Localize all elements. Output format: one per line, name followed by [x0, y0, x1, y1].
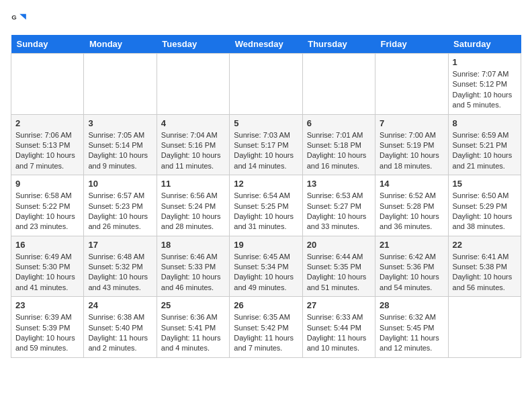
day-number: 24: [88, 300, 152, 310]
day-info: Sunrise: 6:59 AM Sunset: 5:21 PM Dayligh…: [453, 131, 513, 170]
calendar-cell: [448, 297, 521, 358]
column-header-sunday: Sunday: [11, 35, 84, 54]
day-number: 9: [15, 179, 79, 189]
calendar-week-2: 2Sunrise: 7:06 AM Sunset: 5:13 PM Daylig…: [11, 114, 521, 175]
calendar-cell: 27Sunrise: 6:33 AM Sunset: 5:44 PM Dayli…: [302, 297, 375, 358]
calendar-cell: 13Sunrise: 6:53 AM Sunset: 5:27 PM Dayli…: [302, 175, 375, 236]
calendar-cell: 21Sunrise: 6:42 AM Sunset: 5:36 PM Dayli…: [375, 236, 448, 297]
day-info: Sunrise: 6:57 AM Sunset: 5:23 PM Dayligh…: [88, 191, 148, 230]
column-header-monday: Monday: [84, 35, 157, 54]
calendar-cell: 25Sunrise: 6:36 AM Sunset: 5:41 PM Dayli…: [157, 297, 229, 358]
day-info: Sunrise: 6:33 AM Sunset: 5:44 PM Dayligh…: [307, 313, 367, 352]
day-info: Sunrise: 6:58 AM Sunset: 5:22 PM Dayligh…: [15, 191, 75, 230]
svg-marker-1: [19, 14, 26, 19]
calendar-cell: 19Sunrise: 6:45 AM Sunset: 5:34 PM Dayli…: [230, 236, 302, 297]
calendar-cell: 22Sunrise: 6:41 AM Sunset: 5:38 PM Dayli…: [448, 236, 521, 297]
calendar-cell: [302, 54, 375, 115]
calendar-cell: 24Sunrise: 6:38 AM Sunset: 5:40 PM Dayli…: [84, 297, 157, 358]
calendar-cell: [11, 54, 84, 115]
calendar-cell: 8Sunrise: 6:59 AM Sunset: 5:21 PM Daylig…: [448, 114, 521, 175]
day-number: 3: [88, 118, 152, 128]
day-info: Sunrise: 6:44 AM Sunset: 5:35 PM Dayligh…: [307, 253, 367, 291]
logo-icon: G: [11, 11, 27, 27]
calendar-cell: 18Sunrise: 6:46 AM Sunset: 5:33 PM Dayli…: [157, 236, 229, 297]
day-number: 22: [453, 240, 517, 250]
calendar-week-5: 23Sunrise: 6:39 AM Sunset: 5:39 PM Dayli…: [11, 297, 521, 358]
day-number: 14: [380, 179, 443, 189]
calendar-cell: 9Sunrise: 6:58 AM Sunset: 5:22 PM Daylig…: [11, 175, 84, 236]
logo: G: [11, 11, 30, 27]
day-info: Sunrise: 7:07 AM Sunset: 5:12 PM Dayligh…: [453, 70, 513, 109]
day-info: Sunrise: 7:06 AM Sunset: 5:13 PM Dayligh…: [15, 131, 75, 170]
day-number: 21: [380, 240, 443, 250]
day-number: 18: [161, 240, 225, 250]
day-info: Sunrise: 6:36 AM Sunset: 5:41 PM Dayligh…: [161, 313, 221, 352]
day-info: Sunrise: 6:46 AM Sunset: 5:33 PM Dayligh…: [161, 253, 221, 291]
calendar-cell: 20Sunrise: 6:44 AM Sunset: 5:35 PM Dayli…: [302, 236, 375, 297]
day-number: 1: [453, 57, 517, 67]
day-info: Sunrise: 7:03 AM Sunset: 5:17 PM Dayligh…: [234, 131, 294, 170]
day-info: Sunrise: 6:52 AM Sunset: 5:28 PM Dayligh…: [380, 191, 439, 230]
day-info: Sunrise: 6:54 AM Sunset: 5:25 PM Dayligh…: [234, 191, 294, 230]
day-info: Sunrise: 6:45 AM Sunset: 5:34 PM Dayligh…: [234, 253, 294, 291]
calendar-cell: 11Sunrise: 6:56 AM Sunset: 5:24 PM Dayli…: [157, 175, 229, 236]
calendar-cell: [84, 54, 157, 115]
column-header-thursday: Thursday: [302, 35, 375, 54]
calendar-cell: 15Sunrise: 6:50 AM Sunset: 5:29 PM Dayli…: [448, 175, 521, 236]
calendar-cell: 10Sunrise: 6:57 AM Sunset: 5:23 PM Dayli…: [84, 175, 157, 236]
day-number: 13: [307, 179, 371, 189]
calendar-week-4: 16Sunrise: 6:49 AM Sunset: 5:30 PM Dayli…: [11, 236, 521, 297]
day-number: 7: [380, 118, 443, 128]
calendar-cell: 6Sunrise: 7:01 AM Sunset: 5:18 PM Daylig…: [302, 114, 375, 175]
calendar-cell: 23Sunrise: 6:39 AM Sunset: 5:39 PM Dayli…: [11, 297, 84, 358]
svg-text:G: G: [11, 13, 16, 21]
calendar-body: 1Sunrise: 7:07 AM Sunset: 5:12 PM Daylig…: [11, 54, 521, 358]
calendar-cell: 7Sunrise: 7:00 AM Sunset: 5:19 PM Daylig…: [375, 114, 448, 175]
calendar-cell: [230, 54, 302, 115]
day-info: Sunrise: 6:41 AM Sunset: 5:38 PM Dayligh…: [453, 253, 513, 291]
column-header-tuesday: Tuesday: [157, 35, 229, 54]
calendar-cell: 14Sunrise: 6:52 AM Sunset: 5:28 PM Dayli…: [375, 175, 448, 236]
calendar-cell: 28Sunrise: 6:32 AM Sunset: 5:45 PM Dayli…: [375, 297, 448, 358]
day-info: Sunrise: 7:05 AM Sunset: 5:14 PM Dayligh…: [88, 131, 148, 170]
day-info: Sunrise: 6:53 AM Sunset: 5:27 PM Dayligh…: [307, 191, 367, 230]
day-info: Sunrise: 7:00 AM Sunset: 5:19 PM Dayligh…: [380, 131, 439, 170]
day-number: 16: [15, 240, 79, 250]
calendar-cell: [375, 54, 448, 115]
calendar-cell: 5Sunrise: 7:03 AM Sunset: 5:17 PM Daylig…: [230, 114, 302, 175]
day-info: Sunrise: 7:01 AM Sunset: 5:18 PM Dayligh…: [307, 131, 367, 170]
day-info: Sunrise: 6:38 AM Sunset: 5:40 PM Dayligh…: [88, 313, 148, 352]
day-number: 6: [307, 118, 371, 128]
calendar-header-row: SundayMondayTuesdayWednesdayThursdayFrid…: [11, 35, 521, 54]
day-number: 15: [453, 179, 517, 189]
day-number: 25: [161, 300, 225, 310]
day-number: 10: [88, 179, 152, 189]
day-info: Sunrise: 6:48 AM Sunset: 5:32 PM Dayligh…: [88, 253, 148, 291]
day-number: 12: [234, 179, 298, 189]
page-header: G: [11, 11, 521, 27]
day-info: Sunrise: 6:56 AM Sunset: 5:24 PM Dayligh…: [161, 191, 221, 230]
column-header-friday: Friday: [375, 35, 448, 54]
day-number: 11: [161, 179, 225, 189]
day-number: 28: [380, 300, 443, 310]
calendar-cell: 17Sunrise: 6:48 AM Sunset: 5:32 PM Dayli…: [84, 236, 157, 297]
day-number: 17: [88, 240, 152, 250]
day-number: 19: [234, 240, 298, 250]
day-number: 5: [234, 118, 298, 128]
calendar-cell: 12Sunrise: 6:54 AM Sunset: 5:25 PM Dayli…: [230, 175, 302, 236]
day-number: 20: [307, 240, 371, 250]
day-number: 2: [15, 118, 79, 128]
day-info: Sunrise: 6:42 AM Sunset: 5:36 PM Dayligh…: [380, 253, 439, 291]
day-info: Sunrise: 6:39 AM Sunset: 5:39 PM Dayligh…: [15, 313, 75, 352]
day-info: Sunrise: 6:49 AM Sunset: 5:30 PM Dayligh…: [15, 253, 75, 291]
day-info: Sunrise: 6:50 AM Sunset: 5:29 PM Dayligh…: [453, 191, 513, 230]
calendar-table: SundayMondayTuesdayWednesdayThursdayFrid…: [11, 35, 521, 358]
day-info: Sunrise: 7:04 AM Sunset: 5:16 PM Dayligh…: [161, 131, 221, 170]
day-number: 4: [161, 118, 225, 128]
column-header-wednesday: Wednesday: [230, 35, 302, 54]
day-number: 23: [15, 300, 79, 310]
day-info: Sunrise: 6:32 AM Sunset: 5:45 PM Dayligh…: [380, 313, 439, 352]
day-info: Sunrise: 6:35 AM Sunset: 5:42 PM Dayligh…: [234, 313, 294, 352]
calendar-cell: 3Sunrise: 7:05 AM Sunset: 5:14 PM Daylig…: [84, 114, 157, 175]
calendar-week-1: 1Sunrise: 7:07 AM Sunset: 5:12 PM Daylig…: [11, 54, 521, 115]
